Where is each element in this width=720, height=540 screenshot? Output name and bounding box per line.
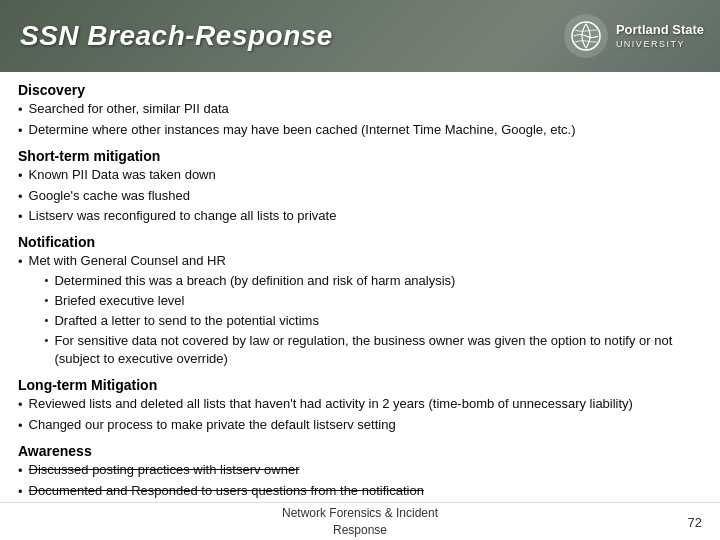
psu-logo: Portland State UNIVERSITY — [564, 14, 704, 58]
footer: Network Forensics & Incident Response 72 — [0, 502, 720, 540]
list-item: •Known PII Data was taken down — [18, 166, 702, 186]
bullet-icon: • — [18, 208, 23, 227]
psu-emblem-icon — [570, 20, 602, 52]
bullet-list-discovery: •Searched for other, similar PII data•De… — [18, 100, 702, 141]
section-heading-long-term-mitigation: Long-term Mitigation — [18, 377, 702, 393]
list-item: •Met with General Counsel and HR•Determi… — [18, 252, 702, 370]
sub-bullet-icon: • — [45, 313, 49, 329]
slide-title: SSN Breach-Response — [20, 20, 333, 52]
section-heading-notification: Notification — [18, 234, 702, 250]
list-item: •Drafted a letter to send to the potenti… — [45, 312, 702, 331]
bullet-icon: • — [18, 253, 23, 272]
list-item: •Reviewed lists and deleted all lists th… — [18, 395, 702, 415]
psu-name: Portland State — [616, 22, 704, 37]
sub-list-item-text: Drafted a letter to send to the potentia… — [54, 312, 702, 331]
list-item-text: Discussed posting practices with listser… — [29, 461, 702, 480]
bullet-icon: • — [18, 417, 23, 436]
bullet-icon: • — [18, 462, 23, 481]
bullet-list-short-term-mitigation: •Known PII Data was taken down•Google's … — [18, 166, 702, 228]
list-item-text: Reviewed lists and deleted all lists tha… — [29, 395, 702, 414]
list-item: •Determine where other instances may hav… — [18, 121, 702, 141]
psu-logo-icon — [564, 14, 608, 58]
bullet-icon: • — [18, 396, 23, 415]
header: SSN Breach-Response Portland State UNIVE… — [0, 0, 720, 72]
list-item: •Listserv was reconfigured to change all… — [18, 207, 702, 227]
list-item-text: Documented and Responded to users questi… — [29, 482, 702, 501]
list-item-text: Met with General Counsel and HR•Determin… — [29, 252, 702, 370]
sub-list-item-text: Briefed executive level — [54, 292, 702, 311]
sub-bullet-icon: • — [45, 273, 49, 289]
list-item: •For sensitive data not covered by law o… — [45, 332, 702, 370]
bullet-icon: • — [18, 188, 23, 207]
list-item: •Documented and Responded to users quest… — [18, 482, 702, 502]
list-item: •Discussed posting practices with listse… — [18, 461, 702, 481]
sub-bullet-list: •Determined this was a breach (by defini… — [45, 272, 702, 369]
list-item: •Google's cache was flushed — [18, 187, 702, 207]
bullet-list-long-term-mitigation: •Reviewed lists and deleted all lists th… — [18, 395, 702, 436]
slide-content: Discovery•Searched for other, similar PI… — [0, 72, 720, 504]
sub-list-item-text: Determined this was a breach (by definit… — [54, 272, 702, 291]
list-item: •Briefed executive level — [45, 292, 702, 311]
footer-page-number: 72 — [688, 515, 702, 530]
list-item-text: Google's cache was flushed — [29, 187, 702, 206]
bullet-list-notification: •Met with General Counsel and HR•Determi… — [18, 252, 702, 370]
psu-university: UNIVERSITY — [616, 39, 704, 51]
bullet-icon: • — [18, 122, 23, 141]
list-item-text: Changed our process to make private the … — [29, 416, 702, 435]
bullet-icon: • — [18, 167, 23, 186]
list-item-text: Known PII Data was taken down — [29, 166, 702, 185]
footer-line1: Network Forensics & Incident — [282, 506, 438, 520]
list-item-text: Searched for other, similar PII data — [29, 100, 702, 119]
psu-logo-text: Portland State UNIVERSITY — [616, 22, 704, 51]
list-item-text: Determine where other instances may have… — [29, 121, 702, 140]
bullet-list-awareness: •Discussed posting practices with listse… — [18, 461, 702, 502]
sub-list-item-text: For sensitive data not covered by law or… — [54, 332, 702, 370]
list-item-text: Listserv was reconfigured to change all … — [29, 207, 702, 226]
list-item: •Changed our process to make private the… — [18, 416, 702, 436]
section-heading-short-term-mitigation: Short-term mitigation — [18, 148, 702, 164]
bullet-icon: • — [18, 101, 23, 120]
sub-bullet-icon: • — [45, 333, 49, 349]
list-item: •Determined this was a breach (by defini… — [45, 272, 702, 291]
bullet-icon: • — [18, 483, 23, 502]
section-heading-discovery: Discovery — [18, 82, 702, 98]
footer-text: Network Forensics & Incident Response — [0, 505, 720, 537]
list-item: •Searched for other, similar PII data — [18, 100, 702, 120]
section-heading-awareness: Awareness — [18, 443, 702, 459]
footer-line2: Response — [333, 523, 387, 537]
sub-bullet-icon: • — [45, 293, 49, 309]
